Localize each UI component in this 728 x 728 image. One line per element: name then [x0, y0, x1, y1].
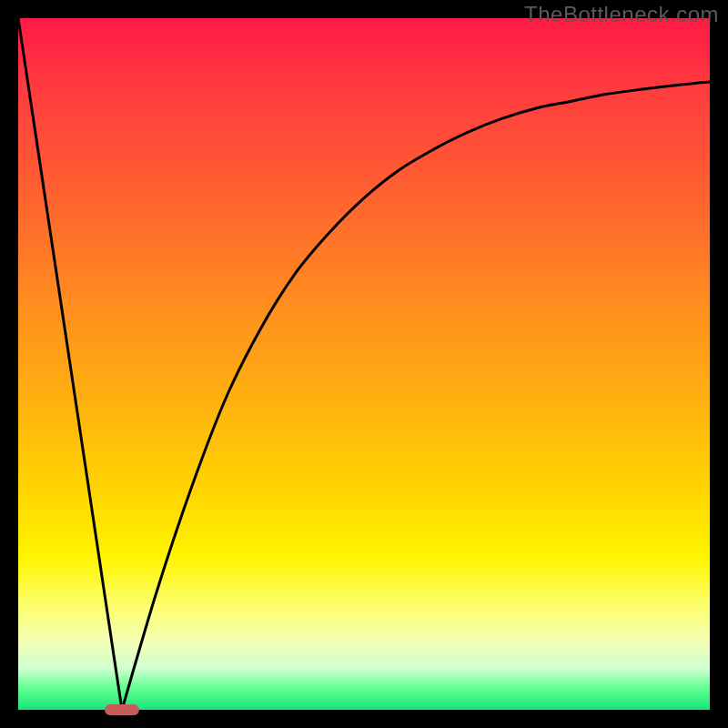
left-branch-line: [18, 18, 122, 710]
chart-frame: TheBottleneck.com: [0, 0, 728, 728]
valley-marker: [105, 704, 139, 714]
plot-area: [18, 18, 710, 710]
right-branch-line: [122, 82, 710, 710]
curve-layer: [18, 18, 710, 710]
watermark-text: TheBottleneck.com: [524, 2, 719, 27]
